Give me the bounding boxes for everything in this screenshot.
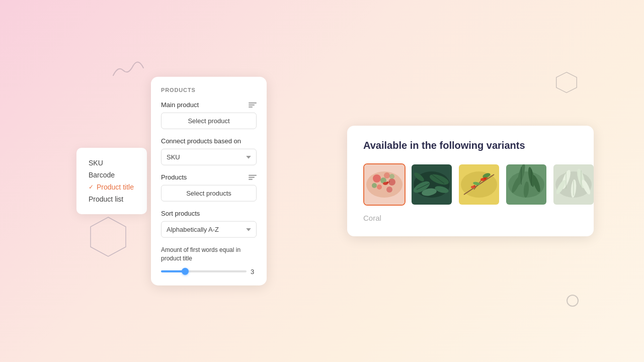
connect-dropdown[interactable]: SKU Barcode Product title Product list (161, 149, 257, 165)
sort-section-label: Sort products (161, 210, 257, 217)
stack-line-3 (249, 106, 253, 107)
decorative-hexagon-top-right (554, 70, 579, 97)
panel-title: PRODUCTS (161, 87, 257, 93)
svg-point-8 (386, 187, 392, 193)
products-section: Products (161, 173, 257, 181)
variant-item-green-leaves[interactable] (505, 163, 547, 206)
stack-line-1 (249, 102, 257, 103)
sidebar-item-sku[interactable]: SKU (89, 157, 135, 169)
variants-grid (363, 163, 578, 206)
variant-item-white-tropical[interactable] (552, 163, 595, 206)
sidebar-label-product-title: Product title (97, 183, 134, 191)
slider-label: Amount of first words equal in product t… (161, 246, 257, 263)
svg-point-34 (473, 185, 475, 187)
stack-line-2 (249, 104, 255, 105)
stack-line-2 (249, 176, 255, 177)
sort-dropdown[interactable]: Alphabetically A-Z Alphabetically Z-A Pr… (161, 221, 257, 238)
svg-point-31 (484, 177, 487, 180)
svg-point-5 (384, 172, 390, 178)
stack-line-1 (249, 174, 257, 175)
variant-selected-label: Coral (363, 214, 578, 222)
svg-marker-1 (91, 217, 126, 256)
decorative-hexagon-bottom-left (86, 214, 131, 261)
variant-item-coral[interactable] (363, 163, 406, 206)
connect-section-label: Connect products based on (161, 137, 257, 145)
slider-row: 3 (161, 267, 257, 275)
variant-item-tropical-dark[interactable] (411, 163, 453, 206)
variant-item-yellow-birds[interactable] (458, 163, 500, 206)
slider-value: 3 (251, 267, 257, 275)
svg-point-11 (372, 183, 377, 188)
decorative-circle-bottom-right (567, 295, 579, 307)
connect-label: Connect products based on (161, 137, 241, 145)
sidebar-item-product-title[interactable]: ✓ Product title (89, 181, 135, 193)
sidebar-menu: SKU Barcode ✓ Product title Product list (76, 148, 147, 214)
sidebar-label-barcode: Barcode (89, 171, 115, 179)
variants-panel: Available in the following variants (347, 126, 594, 236)
products-label: Products (161, 173, 187, 181)
stack-icon-main[interactable] (249, 102, 257, 107)
slider-thumb[interactable] (182, 268, 189, 275)
decorative-squiggle (111, 60, 146, 80)
checkmark-icon: ✓ (89, 184, 94, 191)
sidebar-label-sku: SKU (89, 159, 103, 167)
svg-point-13 (386, 182, 388, 184)
main-product-section: Main product (161, 101, 257, 109)
svg-point-7 (377, 185, 382, 190)
sort-label: Sort products (161, 210, 200, 217)
stack-line-3 (249, 178, 253, 179)
sidebar-item-product-list[interactable]: Product list (89, 193, 135, 205)
select-product-button[interactable]: Select product (161, 113, 257, 129)
main-product-label: Main product (161, 101, 199, 109)
products-panel: PRODUCTS Main product Select product Con… (151, 77, 267, 286)
sidebar-item-barcode[interactable]: Barcode (89, 169, 135, 181)
svg-point-10 (389, 174, 394, 179)
sidebar-label-product-list: Product list (89, 195, 123, 203)
svg-marker-0 (556, 72, 577, 93)
variants-title: Available in the following variants (363, 140, 578, 151)
select-products-button[interactable]: Select products (161, 185, 257, 202)
slider-track[interactable] (161, 270, 247, 273)
svg-point-4 (373, 174, 381, 183)
stack-icon-products[interactable] (249, 174, 257, 179)
